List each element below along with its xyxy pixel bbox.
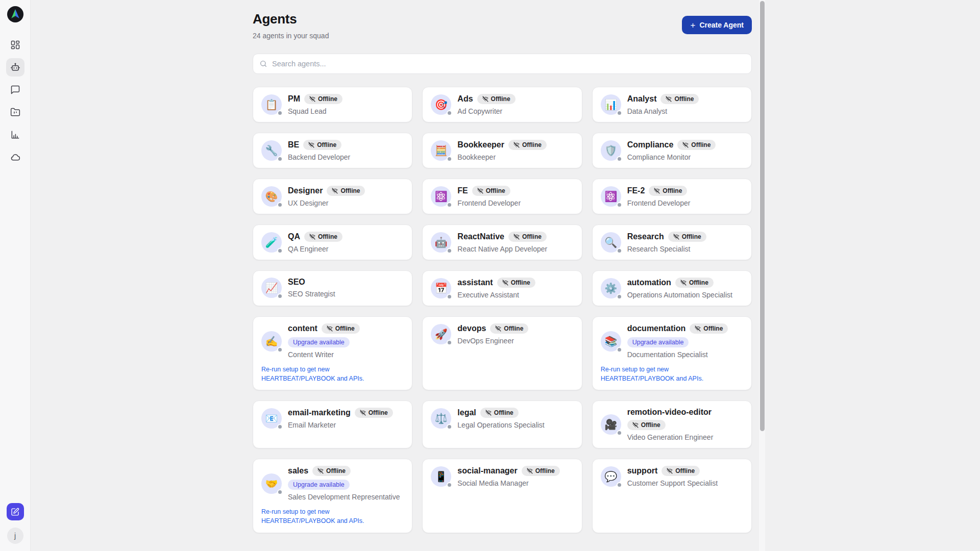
agent-info: AdsOfflineAd Copywriter — [457, 94, 515, 115]
offline-label: Offline — [335, 325, 355, 332]
agent-card[interactable]: 🎨DesignerOfflineUX Designer — [253, 179, 412, 214]
agent-name: Analyst — [627, 94, 657, 104]
offline-badge: Offline — [508, 232, 547, 242]
compose-button[interactable] — [7, 503, 24, 520]
offline-label: Offline — [318, 233, 337, 240]
status-dot — [617, 248, 622, 254]
agent-card[interactable]: 📱social-managerOfflineSocial Media Manag… — [422, 459, 582, 533]
agent-card[interactable]: 🧮BookkeeperOfflineBookkeeper — [422, 133, 582, 168]
agent-name-row: social-managerOffline — [457, 466, 559, 476]
rerun-setup-link[interactable]: Re-run setup to get new HEARTBEAT/PLAYBO… — [601, 365, 743, 383]
search-bar — [253, 54, 752, 74]
upgrade-available-badge: Upgrade available — [627, 337, 689, 347]
agent-card[interactable]: 📧email-marketingOfflineEmail Marketer — [253, 400, 412, 448]
agent-avatar: 📚 — [601, 331, 621, 352]
agent-avatar: 📧 — [261, 408, 282, 429]
wifi-off-icon — [502, 280, 508, 286]
wifi-off-icon — [682, 142, 689, 148]
agent-avatar: 📊 — [601, 94, 621, 115]
agent-card[interactable]: 📚documentationOfflineUpgrade availableDo… — [592, 316, 752, 390]
agent-avatar: ⚛️ — [431, 186, 451, 207]
status-dot — [277, 110, 283, 116]
sidebar-item-analytics[interactable] — [6, 126, 24, 144]
rerun-setup-link[interactable]: Re-run setup to get new HEARTBEAT/PLAYBO… — [261, 507, 404, 525]
agent-role: Bookkeeper — [457, 153, 547, 161]
agent-card[interactable]: 💬supportOfflineCustomer Support Speciali… — [592, 459, 752, 533]
search-input[interactable] — [272, 60, 745, 68]
offline-label: Offline — [522, 233, 542, 240]
agent-name-row: BEOffline — [288, 140, 350, 150]
agent-name: remotion-video-editor — [627, 408, 712, 417]
agent-card[interactable]: 🚀devopsOfflineDevOps Engineer — [422, 316, 582, 390]
plus-icon: + — [690, 21, 695, 30]
sidebar-item-chat[interactable] — [6, 81, 24, 99]
offline-label: Offline — [369, 409, 388, 416]
wifi-off-icon — [527, 468, 533, 474]
agent-name-row: DesignerOffline — [288, 186, 365, 196]
offline-badge: Offline — [490, 323, 528, 334]
wifi-off-icon — [360, 410, 366, 416]
agent-name: BE — [288, 140, 299, 149]
create-agent-button[interactable]: + Create Agent — [682, 16, 752, 34]
agent-card[interactable]: 🔧BEOfflineBackend Developer — [253, 133, 412, 168]
agent-avatar: 🤖 — [431, 232, 451, 253]
agent-card[interactable]: 🎯AdsOfflineAd Copywriter — [422, 87, 582, 122]
agent-info: supportOfflineCustomer Support Specialis… — [627, 466, 718, 487]
agent-card-top: 📱social-managerOfflineSocial Media Manag… — [431, 466, 573, 487]
agent-role: React Native App Developer — [457, 245, 547, 253]
offline-badge: Offline — [508, 140, 547, 150]
scrollbar-thumb[interactable] — [760, 1, 765, 431]
agent-card[interactable]: ⚛️FE-2OfflineFrontend Developer — [592, 179, 752, 214]
offline-label: Offline — [641, 421, 660, 429]
agent-card[interactable]: ✍️contentOfflineUpgrade availableContent… — [253, 316, 412, 390]
agent-card[interactable]: ⚛️FEOfflineFrontend Developer — [422, 179, 582, 214]
agent-card[interactable]: 🛡️ComplianceOfflineCompliance Monitor — [592, 133, 752, 168]
scrollbar-track — [759, 0, 765, 551]
agent-card[interactable]: 🧪QAOfflineQA Engineer — [253, 224, 412, 260]
rerun-setup-link[interactable]: Re-run setup to get new HEARTBEAT/PLAYBO… — [261, 365, 404, 383]
agent-card[interactable]: 🤝salesOfflineUpgrade availableSales Deve… — [253, 459, 412, 533]
agent-card-top: 🧮BookkeeperOfflineBookkeeper — [431, 140, 573, 161]
agent-card[interactable]: ⚖️legalOfflineLegal Operations Specialis… — [422, 400, 582, 448]
agent-role: Documentation Specialist — [627, 350, 728, 359]
offline-label: Offline — [675, 467, 695, 474]
agent-card[interactable]: ⚙️automationOfflineOperations Automation… — [592, 270, 752, 306]
offline-badge: Offline — [304, 232, 342, 242]
agent-role: Social Media Manager — [457, 479, 559, 487]
user-avatar[interactable]: j — [7, 528, 23, 544]
wifi-off-icon — [695, 325, 701, 332]
page-header: Agents 24 agents in your squad + Create … — [253, 0, 752, 40]
agent-card[interactable]: 🎥remotion-video-editorOfflineVideo Gener… — [592, 400, 752, 448]
sidebar: j — [0, 0, 31, 551]
agent-name: FE-2 — [627, 186, 645, 195]
agent-card-top: 📈SEOSEO Strategist — [261, 278, 404, 298]
offline-badge: Offline — [322, 323, 360, 334]
agent-card[interactable]: 📋PMOfflineSquad Lead — [253, 87, 412, 122]
app-logo — [7, 6, 23, 22]
offline-badge: Offline — [522, 466, 560, 476]
agent-card[interactable]: 📊AnalystOfflineData Analyst — [592, 87, 752, 122]
agent-role: DevOps Engineer — [457, 337, 528, 345]
status-dot — [617, 347, 622, 353]
agent-role: Executive Assistant — [457, 291, 535, 299]
agents-grid: 📋PMOfflineSquad Lead🎯AdsOfflineAd Copywr… — [253, 87, 752, 543]
agent-card-top: 🤝salesOfflineUpgrade availableSales Deve… — [261, 466, 404, 501]
agent-avatar: ⚙️ — [601, 278, 621, 298]
offline-label: Offline — [522, 141, 542, 148]
agent-avatar: 📅 — [431, 278, 451, 298]
sidebar-item-cloud[interactable] — [6, 148, 24, 166]
agent-card[interactable]: 🤖ReactNativeOfflineReact Native App Deve… — [422, 224, 582, 260]
offline-label: Offline — [689, 279, 708, 286]
offline-label: Offline — [691, 141, 710, 148]
agent-name: assistant — [457, 278, 493, 287]
agent-card[interactable]: 🔍ResearchOfflineResearch Specialist — [592, 224, 752, 260]
agent-card-top: ⚛️FE-2OfflineFrontend Developer — [601, 186, 743, 207]
sidebar-item-agents[interactable] — [6, 58, 24, 77]
status-dot — [447, 294, 452, 299]
agent-name: content — [288, 324, 317, 333]
agent-card[interactable]: 📅assistantOfflineExecutive Assistant — [422, 270, 582, 306]
sidebar-item-projects[interactable] — [6, 103, 24, 121]
agent-card[interactable]: 📈SEOSEO Strategist — [253, 270, 412, 306]
sidebar-item-dashboard[interactable] — [6, 36, 24, 54]
agent-card-top: 🚀devopsOfflineDevOps Engineer — [431, 323, 573, 345]
